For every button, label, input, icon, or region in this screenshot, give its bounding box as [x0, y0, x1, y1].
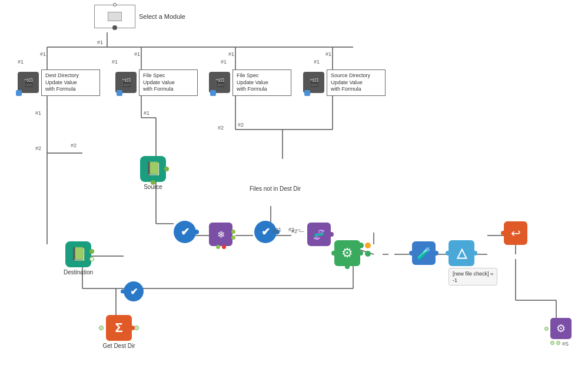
destination-book-icon[interactable]: 📗 [65, 241, 91, 267]
purple-snowflake[interactable]: ❄ [209, 223, 232, 246]
pg-conn-s1 [550, 341, 554, 345]
pg-s-label: #S [562, 341, 569, 347]
file-spec1-clapper[interactable]: 🎬 [115, 72, 137, 93]
module-label: Select a Module [139, 13, 185, 20]
blue-check-dest: ✔ [124, 281, 144, 301]
workflow-canvas: #1 #1 #1 #1 #1 #1 #2 #1 #2 [0, 0, 588, 365]
gear-conn-1 [358, 243, 364, 248]
green-gear-icon[interactable]: ⚙ [334, 240, 360, 266]
purple-gear-icon[interactable]: ⚙ [550, 318, 572, 339]
blue-check-1: ✔ [174, 221, 196, 243]
source-node: 📗 Source [140, 156, 166, 191]
conn-1-check2: #1 [273, 228, 278, 234]
get-dest-conn-left [99, 326, 104, 330]
triangle-node: △ [449, 240, 474, 266]
pg-conn-top [544, 327, 549, 331]
svg-text:#1: #1 [97, 39, 103, 45]
source-dir-node: 🎬 Source Directory Update Value with For… [303, 69, 386, 96]
conn-label-1: #1 [18, 59, 24, 65]
green-gear-node: ⚙ [334, 240, 360, 266]
file-spec2-clapper[interactable]: 🎬 [209, 72, 230, 93]
svg-text:#2: #2 [238, 122, 244, 128]
pg-conn-s2 [556, 341, 560, 345]
file-spec1-text: File Spec Update Value with Formula [143, 72, 194, 93]
source-dir-clapper[interactable]: 🎬 [303, 72, 324, 93]
conn-2-src: #2 [218, 125, 224, 131]
module-selector-box[interactable] [94, 5, 135, 28]
conn-label-3: #1 [221, 59, 227, 65]
conn-label-4: #1 [314, 59, 320, 65]
conn-label-2: #1 [112, 59, 118, 65]
redo-icon[interactable]: ↩ [504, 221, 527, 245]
dest-dir-clapper[interactable]: 🎬 [18, 72, 39, 93]
files-not-dest-label: Files not in Dest Dir [247, 185, 303, 193]
select-module-node: Select a Module [94, 5, 185, 28]
file-spec1-node: 🎬 File Spec Update Value with Formula [115, 69, 198, 96]
svg-text:#1: #1 [134, 51, 140, 57]
file-spec2-text: File Spec Update Value with Formula [237, 72, 287, 93]
blue-check-dest-icon[interactable]: ✔ [124, 281, 144, 301]
file-spec1-label-box: File Spec Update Value with Formula [139, 69, 198, 96]
file-spec2-node: 🎬 File Spec Update Value with Formula [209, 69, 291, 96]
gear-conn-3 [365, 251, 371, 257]
purple-dna-icon[interactable]: 🧬 [307, 223, 331, 246]
purple-dna-node: 🧬 [307, 223, 331, 246]
get-dest-dir-node: Σ Get Dest Dir [99, 315, 139, 350]
conn-2-dest: #2 [71, 142, 77, 148]
svg-text:#1: #1 [35, 110, 41, 116]
gear-conn-2 [365, 243, 371, 248]
svg-text:#2: #2 [35, 145, 41, 151]
source-book-icon[interactable]: 📗 [140, 156, 166, 182]
connection-lines: #1 #1 #1 #1 #1 #1 #2 #1 #2 [0, 0, 588, 365]
svg-text:#1: #1 [325, 51, 331, 57]
purple-gear-bottom: ⚙ #S [544, 318, 572, 347]
destination-label: Destination [64, 269, 93, 276]
get-dest-label: Get Dest Dir [102, 343, 135, 350]
dest-dir-text: Dest Directory Update Value with Formula [45, 72, 96, 93]
source-dir-label-box: Source Directory Update Value with Formu… [327, 69, 386, 96]
svg-text:#1: #1 [40, 51, 46, 57]
svg-text:#1: #1 [228, 51, 234, 57]
check-value-balloon: [new file check] = -1 [449, 268, 497, 286]
source-dir-text: Source Directory Update Value with Formu… [331, 72, 381, 93]
file-spec2-label-box: File Spec Update Value with Formula [232, 69, 291, 96]
triangle-icon[interactable]: △ [449, 240, 474, 266]
dest-directory-node: 🎬 Dest Directory Update Value with Formu… [18, 69, 100, 96]
flask-icon[interactable]: 🧪 [412, 241, 436, 265]
blue-check-icon-1[interactable]: ✔ [174, 221, 196, 243]
conn-2-dna: #2 — [291, 228, 304, 234]
destination-node: 📗 Destination [64, 241, 93, 276]
new-file-check-label: [new file check] = -1 [449, 268, 497, 286]
purple-cluster-node: ❄ [209, 223, 232, 246]
dest-dir-label-box: Dest Directory Update Value with Formula [41, 69, 100, 96]
sigma-icon[interactable]: Σ [106, 315, 132, 341]
orange-redo-node: ↩ [504, 221, 527, 245]
svg-text:#1: #1 [144, 110, 150, 116]
flask-node: 🧪 [412, 241, 436, 265]
get-dest-conn-right [134, 326, 139, 330]
